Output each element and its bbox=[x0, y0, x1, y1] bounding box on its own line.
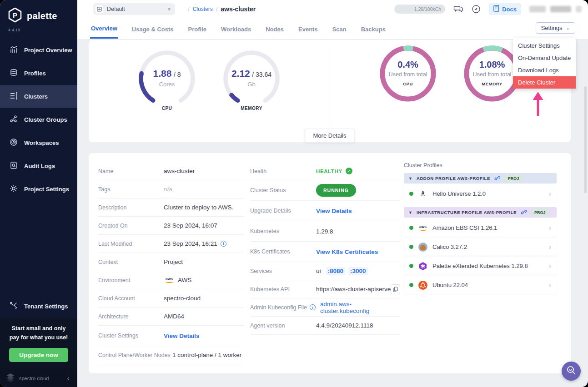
tab-workloads[interactable]: Workloads bbox=[220, 20, 252, 38]
settings-button[interactable]: Settings ⌄ bbox=[536, 22, 575, 34]
memory-gauge: 2.12 / 33.64 Gb MEMORY bbox=[222, 49, 281, 117]
row-value: 1 control-plane / 1 worker bbox=[172, 352, 241, 358]
row-value: 23 Sep 2024, 16:07 bbox=[164, 222, 217, 229]
menu-item-on-demand-update[interactable]: On-Demand Update bbox=[513, 52, 576, 64]
chat-icon[interactable] bbox=[453, 5, 463, 13]
ubuntu-icon bbox=[418, 281, 427, 290]
chevron-right-icon: › bbox=[549, 224, 551, 232]
annotation-arrow-icon bbox=[532, 91, 544, 119]
tab-overview[interactable]: Overview bbox=[90, 19, 118, 39]
cpu-donut-label: CPU bbox=[377, 81, 438, 86]
status-dot-green bbox=[409, 192, 413, 196]
sidebar-item-tenant-settings[interactable]: Tenant Settings bbox=[0, 295, 77, 318]
rings-icon bbox=[10, 138, 18, 148]
sidebar-item-workspaces[interactable]: Workspaces bbox=[0, 131, 77, 154]
profile-pack-row[interactable]: Hello Universe 1.2.0 › bbox=[404, 185, 557, 203]
link-icon[interactable] bbox=[521, 208, 527, 217]
kubeconfig-file-link[interactable]: admin.aws-cluster.kubeconfig bbox=[320, 301, 400, 314]
breadcrumb-clusters-link[interactable]: Clusters bbox=[193, 6, 213, 12]
profile-pack-row[interactable]: aws Amazon EBS CSI 1.26.1 › bbox=[404, 219, 557, 237]
row-label: Kubernetes API bbox=[250, 286, 316, 293]
infrastructure-profile-header[interactable]: ▼ INFRASTRUCTURE PROFILE AWS-PROFILE PRO… bbox=[404, 207, 557, 218]
menu-item-delete-cluster[interactable]: Delete Cluster bbox=[513, 76, 576, 89]
status-dot-green bbox=[409, 264, 413, 268]
row-label: Cluster Status bbox=[250, 187, 316, 194]
chevron-right-icon: › bbox=[549, 262, 551, 270]
link-icon[interactable] bbox=[494, 174, 500, 183]
promo-text: Start small and only pay for what you us… bbox=[5, 324, 72, 342]
tab-nodes[interactable]: Nodes bbox=[265, 20, 285, 38]
tabs: Overview Usage & Costs Profile Workloads… bbox=[90, 18, 387, 39]
tab-backups[interactable]: Backups bbox=[360, 20, 387, 38]
copy-icon[interactable] bbox=[391, 284, 400, 294]
sidebar-item-clusters[interactable]: Clusters bbox=[0, 85, 77, 108]
service-port-link[interactable]: :8080 bbox=[326, 267, 346, 275]
project-scope-selector[interactable]: Default ▼ bbox=[93, 3, 175, 15]
docs-button[interactable]: Docs bbox=[489, 3, 521, 15]
addon-profile-header[interactable]: ▼ ADDON PROFILE AWS-PROFILE PROJ bbox=[404, 173, 557, 184]
palette-extended-k8s-icon bbox=[418, 262, 427, 271]
sidebar-item-profiles[interactable]: Profiles bbox=[0, 62, 77, 85]
scope-selected-value: Default bbox=[107, 6, 163, 12]
sidebar-item-cluster-groups[interactable]: Cluster Groups bbox=[0, 108, 77, 131]
info-icon[interactable] bbox=[221, 241, 226, 247]
scrollbar-thumb[interactable] bbox=[584, 86, 587, 193]
details-right-column: Health HEALTHY Cluster Status RUNNING Up… bbox=[250, 162, 400, 335]
app-version: 4.4.19 bbox=[0, 25, 77, 39]
row-label: Tags bbox=[98, 186, 164, 193]
sidebar-item-label: Workspaces bbox=[24, 139, 59, 146]
menu-item-download-logs[interactable]: Download Logs bbox=[513, 64, 576, 76]
kubernetes-api-url: https://aws-cluster-apiserve... bbox=[316, 286, 391, 293]
upgrade-promo: Start small and only pay for what you us… bbox=[0, 318, 77, 369]
detail-row-tags: Tags n/a bbox=[98, 180, 244, 198]
row-value: spectro-cloud bbox=[164, 295, 201, 302]
sidebar-item-project-overview[interactable]: Project Overview bbox=[0, 39, 77, 62]
tab-scan[interactable]: Scan bbox=[332, 20, 347, 38]
memory-unit: Gb bbox=[222, 81, 281, 88]
palette-logo-icon: P bbox=[7, 7, 23, 25]
sidebar-item-project-settings[interactable]: Project Settings bbox=[0, 178, 77, 201]
upgrade-view-details-link[interactable]: View Details bbox=[316, 208, 352, 214]
tools-icon bbox=[10, 302, 18, 311]
chevron-right-icon: › bbox=[549, 243, 551, 251]
settings-dropdown-menu: Cluster Settings On-Demand Update Downlo… bbox=[513, 38, 576, 89]
network-icon bbox=[10, 115, 18, 124]
gauge-separator: / bbox=[174, 71, 176, 78]
check-circle-icon bbox=[346, 168, 352, 174]
tab-usage-costs[interactable]: Usage & Costs bbox=[131, 20, 175, 38]
profile-pack-row[interactable]: Palette eXtended Kubernetes 1.29.8 › bbox=[404, 257, 557, 275]
memory-gauge-label: MEMORY bbox=[222, 106, 281, 111]
collapse-sidebar-icon[interactable]: ‹ bbox=[67, 375, 72, 382]
tab-events[interactable]: Events bbox=[297, 20, 319, 38]
row-label: K8s Certificates bbox=[250, 248, 316, 255]
breadcrumb-separator: / bbox=[188, 6, 190, 13]
upgrade-now-button[interactable]: Upgrade now bbox=[9, 348, 68, 362]
more-details-button[interactable]: More Details bbox=[305, 129, 355, 143]
row-value: AMD64 bbox=[164, 313, 184, 320]
cluster-profiles-column: Cluster Profiles ▼ ADDON PROFILE AWS-PRO… bbox=[404, 162, 557, 298]
detail-row-upgrade-details: Upgrade Details View Details bbox=[250, 201, 400, 221]
service-port-link[interactable]: :3000 bbox=[348, 267, 368, 275]
cluster-settings-view-details-link[interactable]: View Details bbox=[164, 332, 200, 339]
sidebar-item-label: Audit Logs bbox=[24, 163, 55, 169]
compass-icon[interactable] bbox=[472, 5, 481, 14]
row-value: AWS bbox=[178, 277, 191, 283]
profile-pack-row[interactable]: Calico 3.27.2 › bbox=[404, 238, 557, 256]
sidebar-item-audit-logs[interactable]: Audit Logs bbox=[0, 154, 77, 178]
sidebar-item-label: Tenant Settings bbox=[24, 303, 68, 310]
scope-chart-icon bbox=[95, 5, 103, 13]
profile-pack-row[interactable]: Ubuntu 22.04 › bbox=[404, 276, 557, 294]
cpu-donut-caption: Used from total bbox=[377, 71, 438, 78]
info-icon[interactable] bbox=[310, 304, 316, 310]
row-label: Architecture bbox=[98, 313, 164, 320]
view-k8s-certificates-link[interactable]: View K8s Certificates bbox=[316, 248, 378, 255]
tab-profile[interactable]: Profile bbox=[187, 20, 207, 38]
row-label: Cloud Account bbox=[98, 295, 164, 302]
help-chat-widget-button[interactable] bbox=[562, 362, 581, 381]
cluster-tabs-bar: Overview Usage & Costs Profile Workloads… bbox=[77, 18, 588, 39]
pack-name: Amazon EBS CSI 1.26.1 bbox=[432, 224, 497, 231]
menu-item-cluster-settings[interactable]: Cluster Settings bbox=[513, 40, 576, 52]
detail-row-kubernetes-api: Kubernetes API https://aws-cluster-apise… bbox=[250, 280, 400, 298]
detail-row-nodes: Control Plane/Worker Nodes 1 control-pla… bbox=[98, 346, 244, 364]
layers-icon bbox=[10, 69, 18, 78]
